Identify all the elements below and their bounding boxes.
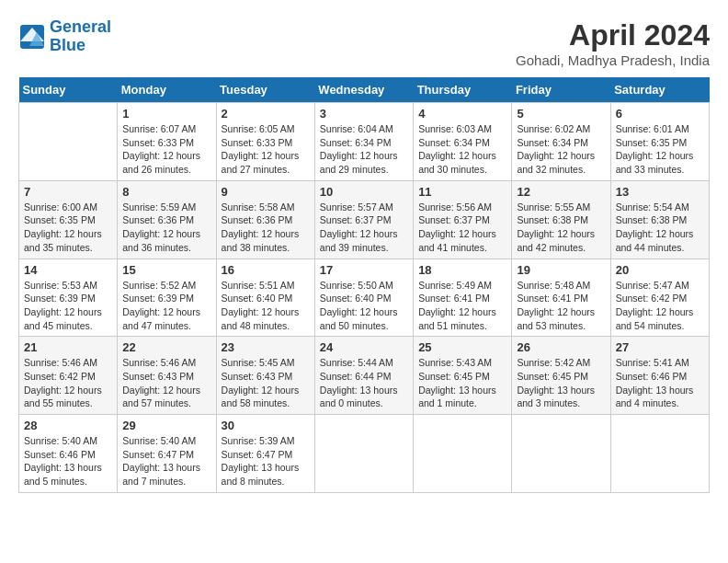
- day-info: Sunrise: 5:54 AM Sunset: 6:38 PM Dayligh…: [616, 201, 704, 255]
- day-info: Sunrise: 5:46 AM Sunset: 6:42 PM Dayligh…: [24, 356, 112, 410]
- day-info: Sunrise: 5:44 AM Sunset: 6:44 PM Dayligh…: [320, 356, 408, 410]
- col-friday: Friday: [512, 77, 610, 103]
- day-number: 23: [222, 340, 310, 354]
- day-info: Sunrise: 5:50 AM Sunset: 6:40 PM Dayligh…: [320, 279, 408, 333]
- calendar-cell: [414, 415, 512, 493]
- day-info: Sunrise: 6:03 AM Sunset: 6:34 PM Dayligh…: [418, 122, 506, 177]
- calendar-cell: 12Sunrise: 5:55 AM Sunset: 6:38 PM Dayli…: [512, 180, 610, 259]
- day-number: 11: [418, 185, 506, 199]
- col-tuesday: Tuesday: [216, 77, 314, 103]
- day-info: Sunrise: 5:59 AM Sunset: 6:36 PM Dayligh…: [122, 201, 210, 255]
- day-info: Sunrise: 5:48 AM Sunset: 6:41 PM Dayligh…: [517, 279, 605, 333]
- calendar-cell: 21Sunrise: 5:46 AM Sunset: 6:42 PM Dayli…: [19, 337, 118, 415]
- day-number: 1: [122, 107, 210, 121]
- day-number: 22: [122, 340, 210, 354]
- day-info: Sunrise: 5:47 AM Sunset: 6:42 PM Dayligh…: [616, 279, 704, 333]
- day-info: Sunrise: 5:52 AM Sunset: 6:39 PM Dayligh…: [122, 279, 210, 333]
- calendar-cell: 28Sunrise: 5:40 AM Sunset: 6:46 PM Dayli…: [19, 415, 118, 493]
- day-number: 8: [122, 185, 210, 199]
- calendar-cell: 30Sunrise: 5:39 AM Sunset: 6:47 PM Dayli…: [216, 415, 314, 493]
- calendar-cell: 8Sunrise: 5:59 AM Sunset: 6:36 PM Daylig…: [118, 180, 216, 259]
- day-info: Sunrise: 6:05 AM Sunset: 6:33 PM Dayligh…: [222, 122, 310, 177]
- col-sunday: Sunday: [19, 77, 118, 103]
- day-number: 26: [517, 340, 605, 354]
- calendar-cell: 25Sunrise: 5:43 AM Sunset: 6:45 PM Dayli…: [414, 337, 512, 415]
- calendar-cell: 6Sunrise: 6:01 AM Sunset: 6:35 PM Daylig…: [610, 103, 709, 181]
- day-number: 15: [122, 263, 210, 277]
- calendar-cell: 2Sunrise: 6:05 AM Sunset: 6:33 PM Daylig…: [216, 103, 314, 181]
- logo-text: General Blue: [50, 18, 111, 55]
- calendar-cell: 29Sunrise: 5:40 AM Sunset: 6:47 PM Dayli…: [118, 415, 216, 493]
- day-info: Sunrise: 5:56 AM Sunset: 6:37 PM Dayligh…: [418, 201, 506, 255]
- calendar-cell: 23Sunrise: 5:45 AM Sunset: 6:43 PM Dayli…: [216, 337, 314, 415]
- calendar-body: 1Sunrise: 6:07 AM Sunset: 6:33 PM Daylig…: [19, 103, 710, 493]
- logo: General Blue: [18, 18, 111, 55]
- day-info: Sunrise: 6:02 AM Sunset: 6:34 PM Dayligh…: [517, 122, 605, 177]
- day-info: Sunrise: 5:43 AM Sunset: 6:45 PM Dayligh…: [418, 356, 506, 410]
- col-wednesday: Wednesday: [314, 77, 413, 103]
- col-monday: Monday: [118, 77, 216, 103]
- day-number: 16: [222, 263, 310, 277]
- month-title: April 2024: [516, 18, 710, 52]
- day-info: Sunrise: 5:40 AM Sunset: 6:46 PM Dayligh…: [24, 434, 112, 488]
- day-info: Sunrise: 5:49 AM Sunset: 6:41 PM Dayligh…: [418, 279, 506, 333]
- day-number: 10: [320, 185, 408, 199]
- day-info: Sunrise: 5:53 AM Sunset: 6:39 PM Dayligh…: [24, 279, 112, 333]
- day-number: 27: [616, 340, 704, 354]
- day-number: 13: [616, 185, 704, 199]
- day-number: 20: [616, 263, 704, 277]
- calendar-cell: 10Sunrise: 5:57 AM Sunset: 6:37 PM Dayli…: [314, 180, 413, 259]
- day-info: Sunrise: 5:46 AM Sunset: 6:43 PM Dayligh…: [122, 356, 210, 410]
- calendar-cell: 20Sunrise: 5:47 AM Sunset: 6:42 PM Dayli…: [610, 259, 709, 337]
- day-number: 9: [222, 185, 310, 199]
- day-number: 4: [418, 107, 506, 121]
- page-header: General Blue April 2024 Gohadi, Madhya P…: [18, 18, 710, 68]
- day-info: Sunrise: 5:51 AM Sunset: 6:40 PM Dayligh…: [222, 279, 310, 333]
- calendar-cell: 13Sunrise: 5:54 AM Sunset: 6:38 PM Dayli…: [610, 180, 709, 259]
- day-info: Sunrise: 6:07 AM Sunset: 6:33 PM Dayligh…: [122, 122, 210, 177]
- day-number: 17: [320, 263, 408, 277]
- day-number: 5: [517, 107, 605, 121]
- day-number: 30: [222, 419, 310, 432]
- day-info: Sunrise: 6:01 AM Sunset: 6:35 PM Dayligh…: [616, 122, 704, 177]
- calendar-cell: 4Sunrise: 6:03 AM Sunset: 6:34 PM Daylig…: [414, 103, 512, 181]
- day-number: 18: [418, 263, 506, 277]
- calendar-cell: 15Sunrise: 5:52 AM Sunset: 6:39 PM Dayli…: [118, 259, 216, 337]
- calendar-cell: 17Sunrise: 5:50 AM Sunset: 6:40 PM Dayli…: [314, 259, 413, 337]
- calendar-cell: 27Sunrise: 5:41 AM Sunset: 6:46 PM Dayli…: [610, 337, 709, 415]
- day-info: Sunrise: 5:57 AM Sunset: 6:37 PM Dayligh…: [320, 201, 408, 255]
- header-row: Sunday Monday Tuesday Wednesday Thursday…: [19, 77, 710, 103]
- day-number: 25: [418, 340, 506, 354]
- day-number: 29: [122, 419, 210, 432]
- calendar-cell: 1Sunrise: 6:07 AM Sunset: 6:33 PM Daylig…: [118, 103, 216, 181]
- week-row-3: 14Sunrise: 5:53 AM Sunset: 6:39 PM Dayli…: [19, 259, 710, 337]
- calendar-cell: 19Sunrise: 5:48 AM Sunset: 6:41 PM Dayli…: [512, 259, 610, 337]
- day-number: 19: [517, 263, 605, 277]
- calendar-cell: 24Sunrise: 5:44 AM Sunset: 6:44 PM Dayli…: [314, 337, 413, 415]
- calendar-table: Sunday Monday Tuesday Wednesday Thursday…: [18, 77, 710, 493]
- calendar-cell: 14Sunrise: 5:53 AM Sunset: 6:39 PM Dayli…: [19, 259, 118, 337]
- calendar-header: Sunday Monday Tuesday Wednesday Thursday…: [19, 77, 710, 103]
- day-number: 7: [24, 185, 112, 199]
- col-thursday: Thursday: [414, 77, 512, 103]
- calendar-cell: 9Sunrise: 5:58 AM Sunset: 6:36 PM Daylig…: [216, 180, 314, 259]
- day-number: 3: [320, 107, 408, 121]
- day-number: 12: [517, 185, 605, 199]
- day-number: 21: [24, 340, 112, 354]
- calendar-cell: 3Sunrise: 6:04 AM Sunset: 6:34 PM Daylig…: [314, 103, 413, 181]
- calendar-cell: [19, 103, 118, 181]
- week-row-4: 21Sunrise: 5:46 AM Sunset: 6:42 PM Dayli…: [19, 337, 710, 415]
- col-saturday: Saturday: [610, 77, 709, 103]
- title-area: April 2024 Gohadi, Madhya Pradesh, India: [516, 18, 710, 68]
- logo-line1: General: [50, 17, 111, 36]
- calendar-cell: 22Sunrise: 5:46 AM Sunset: 6:43 PM Dayli…: [118, 337, 216, 415]
- calendar-cell: [610, 415, 709, 493]
- day-number: 6: [616, 107, 704, 121]
- calendar-cell: 16Sunrise: 5:51 AM Sunset: 6:40 PM Dayli…: [216, 259, 314, 337]
- calendar-cell: [314, 415, 413, 493]
- week-row-2: 7Sunrise: 6:00 AM Sunset: 6:35 PM Daylig…: [19, 180, 710, 259]
- calendar-cell: 18Sunrise: 5:49 AM Sunset: 6:41 PM Dayli…: [414, 259, 512, 337]
- day-number: 14: [24, 263, 112, 277]
- logo-line2: Blue: [50, 36, 85, 54]
- calendar-cell: 5Sunrise: 6:02 AM Sunset: 6:34 PM Daylig…: [512, 103, 610, 181]
